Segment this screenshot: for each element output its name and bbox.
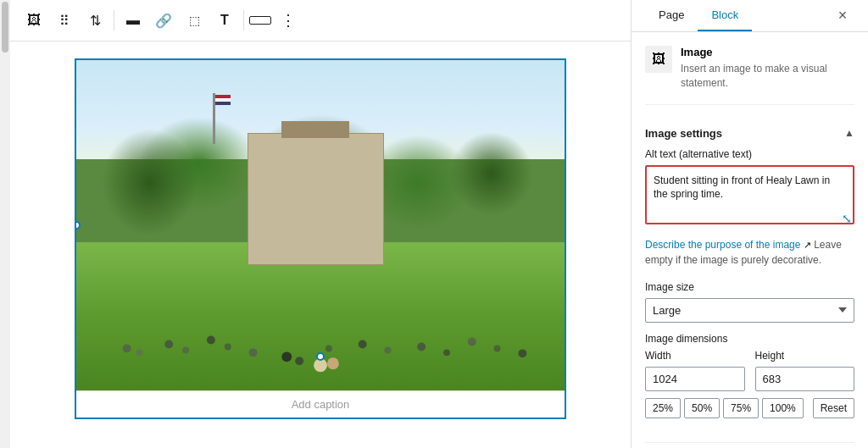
height-field: Height xyxy=(755,350,855,391)
settings-collapse-icon: ▲ xyxy=(844,127,854,139)
svg-point-13 xyxy=(443,350,450,357)
dimensions-row: Width Height xyxy=(645,350,854,391)
block-description: Insert an image to make a visual stateme… xyxy=(681,62,854,91)
external-link-icon: ↗ xyxy=(804,239,814,249)
svg-point-16 xyxy=(518,350,526,358)
editor-area: 🖼 ⠿ ⇅ ▬ 🔗 ⬚ T ⋮ xyxy=(10,0,631,448)
text-btn[interactable]: T xyxy=(211,7,238,34)
alt-text-field-group: Alt text (alternative text) Student sitt… xyxy=(645,148,854,227)
svg-point-18 xyxy=(327,358,339,370)
image-caption[interactable]: Add caption xyxy=(76,390,565,418)
image-settings-section: Image settings ▲ Alt text (alternative t… xyxy=(645,119,854,442)
sidebar-close-btn[interactable]: × xyxy=(831,4,854,28)
alt-text-wrapper: Student sitting in front of Healy Lawn i… xyxy=(645,165,854,227)
resize-handle-bottom[interactable] xyxy=(316,352,325,361)
tab-block[interactable]: Block xyxy=(698,0,752,31)
svg-point-15 xyxy=(494,346,501,352)
spacing-options-section: Spacing Options ▼ xyxy=(645,442,854,448)
percent-reset-row: 25% 50% 75% 100% Reset xyxy=(645,398,854,418)
svg-point-12 xyxy=(417,343,426,351)
alt-text-input[interactable]: Student sitting in front of Healy Lawn i… xyxy=(645,165,854,224)
svg-point-17 xyxy=(314,359,327,373)
sidebar-tabs: Page Block × xyxy=(632,0,868,32)
block-info: 🖼 Image Insert an image to make a visual… xyxy=(645,46,854,105)
tab-page[interactable]: Page xyxy=(645,0,698,31)
image-settings-header[interactable]: Image settings ▲ xyxy=(645,119,854,148)
block-icon: 🖼 xyxy=(645,46,672,73)
block-title: Image xyxy=(681,46,854,58)
align-btn[interactable]: ▬ xyxy=(120,7,147,34)
percent-25-btn[interactable]: 25% xyxy=(645,398,681,418)
svg-point-14 xyxy=(468,338,476,346)
image-dimensions-group: Image dimensions Width Height 25% xyxy=(645,333,854,418)
img-building xyxy=(248,133,384,265)
toolbar: 🖼 ⠿ ⇅ ▬ 🔗 ⬚ T ⋮ xyxy=(10,0,631,41)
sidebar: Page Block × 🖼 Image Insert an image to … xyxy=(631,0,868,448)
drag-handle-btn[interactable]: ⠿ xyxy=(51,7,78,34)
image-block: Add caption xyxy=(75,58,566,419)
svg-point-4 xyxy=(207,336,215,345)
svg-point-8 xyxy=(295,357,303,366)
resize-handle-icon: ⤡ xyxy=(842,213,852,224)
width-field: Width xyxy=(645,350,745,391)
alt-text-label: Alt text (alternative text) xyxy=(645,148,854,160)
image-size-select[interactable]: Thumbnail Medium Large Full Size Custom xyxy=(645,298,854,323)
image-canvas xyxy=(76,60,565,390)
svg-point-11 xyxy=(384,347,391,354)
replace-button[interactable] xyxy=(249,16,271,25)
svg-point-0 xyxy=(123,345,131,353)
height-label: Height xyxy=(755,350,855,362)
image-settings-body: Alt text (alternative text) Student sitt… xyxy=(645,148,854,442)
svg-point-5 xyxy=(225,344,231,351)
svg-point-7 xyxy=(281,352,292,362)
move-updown-btn[interactable]: ⇅ xyxy=(81,7,108,34)
image-size-field-group: Image size Thumbnail Medium Large Full S… xyxy=(645,281,854,323)
block-info-text: Image Insert an image to make a visual s… xyxy=(681,46,854,91)
width-input[interactable] xyxy=(645,367,745,391)
more-options-btn[interactable]: ⋮ xyxy=(275,7,302,34)
describe-link[interactable]: Describe the purpose of the image xyxy=(645,239,800,251)
width-label: Width xyxy=(645,350,745,362)
svg-point-3 xyxy=(182,347,189,354)
reset-btn[interactable]: Reset xyxy=(813,398,854,418)
svg-point-9 xyxy=(326,346,332,352)
svg-point-1 xyxy=(136,350,143,357)
sidebar-content: 🖼 Image Insert an image to make a visual… xyxy=(632,32,868,448)
toolbar-separator-2 xyxy=(243,10,244,30)
content-area: Add caption xyxy=(10,41,631,448)
svg-point-6 xyxy=(249,349,258,357)
image-settings-label: Image settings xyxy=(645,127,722,140)
crop-btn[interactable]: ⬚ xyxy=(181,7,208,34)
spacing-options-header[interactable]: Spacing Options ▼ xyxy=(645,443,854,448)
toolbar-separator-1 xyxy=(114,10,114,30)
image-icon-btn[interactable]: 🖼 xyxy=(20,7,47,34)
scrollbar-area[interactable] xyxy=(0,0,10,448)
image-size-label: Image size xyxy=(645,281,854,293)
percent-50-btn[interactable]: 50% xyxy=(684,398,720,418)
link-btn[interactable]: 🔗 xyxy=(150,7,177,34)
percent-100-btn[interactable]: 100% xyxy=(762,398,804,418)
percent-75-btn[interactable]: 75% xyxy=(723,398,759,418)
height-input[interactable] xyxy=(755,367,855,391)
dimensions-label: Image dimensions xyxy=(645,333,854,345)
svg-point-10 xyxy=(359,340,367,349)
svg-point-2 xyxy=(164,340,173,349)
describe-row: Describe the purpose of the image ↗ Leav… xyxy=(645,237,854,268)
img-flag xyxy=(213,93,215,144)
scrollbar-thumb xyxy=(2,2,8,53)
